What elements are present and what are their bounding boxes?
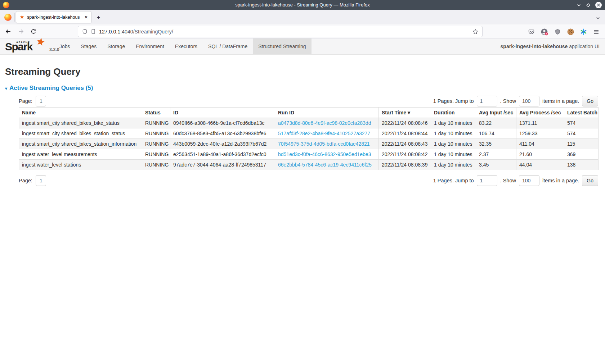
cell-name: ingest water_level measurements (19, 149, 142, 160)
table-row: ingest water_level stations RUNNING 97ad… (19, 160, 599, 170)
chevron-down-icon (577, 3, 581, 8)
nav-item-environment[interactable]: Environment (130, 38, 170, 54)
run-id-link[interactable]: bd51ed3c-f0fa-46c6-8632-950e5ed1ebe3 (278, 151, 371, 157)
show-text: . Show (500, 178, 516, 183)
reload-button[interactable] (28, 27, 38, 36)
table-header-row: NameStatusIDRun IDStart Time ▾DurationAv… (19, 108, 599, 118)
items-text: items in a page. (542, 178, 579, 183)
jump-to-input[interactable] (477, 96, 497, 106)
run-id-link[interactable]: 66e2bbb4-5784-45c6-ac19-4ec9411c6f25 (278, 162, 372, 168)
cell-latest-batch: 369 (564, 149, 599, 160)
cell-latest-batch: 574 (564, 118, 599, 128)
cell-start-time: 2022/11/24 08:08:44 (379, 128, 431, 139)
pagination-controls: 1 Pages. Jump to . Show items in a page.… (433, 175, 598, 186)
go-button[interactable]: Go (582, 175, 598, 186)
pages-text: 1 Pages. Jump to (433, 98, 474, 104)
page-number-input[interactable] (36, 96, 46, 106)
column-header-latest-batch[interactable]: Latest Batch (564, 108, 599, 118)
column-header-start-time[interactable]: Start Time ▾ (379, 108, 431, 118)
sparkle-extension-icon[interactable] (579, 27, 588, 36)
new-tab-button[interactable]: + (94, 13, 103, 22)
window-maximize-button[interactable] (586, 3, 591, 8)
show-text: . Show (500, 98, 516, 104)
run-id-link[interactable]: 70f54975-375d-4d05-bdfa-ccd0fae42821 (278, 141, 370, 147)
cell-latest-batch: 115 (564, 139, 599, 149)
items-text: items in a page. (542, 98, 579, 104)
application-name: spark-ingest-into-lakehouse (501, 44, 568, 49)
cell-avg-input: 3.45 (476, 160, 516, 170)
nav-item-structured-streaming[interactable]: Structured Streaming (253, 38, 311, 54)
go-button[interactable]: Go (582, 96, 598, 106)
items-per-page-input[interactable] (519, 175, 539, 186)
pagination-page-group: Page: (19, 96, 46, 106)
column-header-duration[interactable]: Duration (431, 108, 476, 118)
column-header-avg-input-sec[interactable]: Avg Input /sec (476, 108, 516, 118)
column-header-status[interactable]: Status (142, 108, 170, 118)
cell-id: e2563451-1a89-40a1-a86f-36d37d2ecfc0 (170, 149, 275, 160)
forward-button[interactable] (16, 27, 26, 36)
shield-icon[interactable] (82, 29, 88, 35)
url-bar[interactable]: 127.0.0.1:4040/StreamingQuery/ (78, 26, 483, 37)
window-minimize-button[interactable] (577, 3, 581, 8)
run-id-link[interactable]: 517afd3f-28e2-4ba8-9fe4-4102527a3277 (278, 131, 370, 136)
cell-run-id: 66e2bbb4-5784-45c6-ac19-4ec9411c6f25 (275, 160, 379, 170)
cell-id: 60dc3768-85e3-4fb5-a13c-63b29938bfe6 (170, 128, 275, 139)
nav-item-executors[interactable]: Executors (170, 38, 203, 54)
items-per-page-input[interactable] (519, 96, 539, 106)
menu-button[interactable] (591, 27, 601, 36)
page-title: Streaming Query (5, 66, 605, 77)
chevron-down-icon (596, 16, 600, 21)
cell-run-id: 517afd3f-28e2-4ba8-9fe4-4102527a3277 (275, 128, 379, 139)
reload-icon (31, 29, 36, 35)
window-title: spark-ingest-into-lakehouse - Streaming … (0, 0, 605, 10)
list-all-tabs-button[interactable] (596, 15, 600, 22)
tab-close-icon[interactable]: ✕ (84, 15, 88, 19)
account-extension-icon[interactable] (539, 27, 549, 36)
table-row: ingest smart_city shared_bikes_station_i… (19, 139, 599, 149)
cell-status: RUNNING (142, 118, 170, 128)
table-row: ingest smart_city shared_bikes_bike_stat… (19, 118, 599, 128)
ublock-shield-icon[interactable] (553, 27, 562, 36)
firefox-view-icon[interactable] (4, 14, 12, 21)
cell-name: ingest smart_city shared_bikes_bike_stat… (19, 118, 142, 128)
streaming-queries-table: NameStatusIDRun IDStart Time ▾DurationAv… (19, 107, 599, 170)
jump-to-input[interactable] (477, 175, 497, 186)
column-header-name[interactable]: Name (19, 108, 142, 118)
cell-name: ingest smart_city shared_bikes_station_i… (19, 139, 142, 149)
nav-item-storage[interactable]: Storage (102, 38, 130, 54)
browser-tab[interactable]: spark-ingest-into-lakehous ✕ (16, 12, 91, 23)
active-queries-section-header[interactable]: ▾ Active Streaming Queries (5) (5, 85, 605, 92)
cell-avg-input: 83.22 (476, 118, 516, 128)
spark-logo[interactable]: APACHE Spark 3.3.0 (0, 38, 54, 55)
window-titlebar: spark-ingest-into-lakehouse - Streaming … (0, 0, 605, 10)
page-number-input[interactable] (36, 175, 46, 186)
cell-avg-input: 106.74 (476, 128, 516, 139)
pages-text: 1 Pages. Jump to (433, 178, 474, 183)
collapse-arrow-icon: ▾ (5, 86, 7, 91)
cell-duration: 1 day 10 minutes (431, 139, 476, 149)
cell-status: RUNNING (142, 139, 170, 149)
table-body: ingest smart_city shared_bikes_bike_stat… (19, 118, 599, 170)
page-info-icon[interactable] (91, 29, 96, 34)
nav-item-stages[interactable]: Stages (76, 38, 102, 54)
cell-avg-process: 21.60 (516, 149, 564, 160)
cell-latest-batch: 574 (564, 128, 599, 139)
run-id-link[interactable]: a0473d8d-80e6-4e9f-ac98-02e0cfa283dd (278, 120, 371, 126)
cell-duration: 1 day 10 minutes (431, 118, 476, 128)
pocket-icon[interactable] (526, 27, 536, 36)
spark-navbar: APACHE Spark 3.3.0 JobsStagesStorageEnvi… (0, 38, 605, 55)
cell-avg-process: 1259.33 (516, 128, 564, 139)
arrow-left-icon (5, 28, 11, 35)
cell-duration: 1 day 10 minutes (431, 149, 476, 160)
bookmark-star-icon[interactable] (472, 29, 478, 35)
window-close-button[interactable] (595, 2, 602, 8)
url-text: 127.0.0.1:4040/StreamingQuery/ (99, 29, 173, 35)
cell-latest-batch: 138 (564, 160, 599, 170)
column-header-avg-process-sec[interactable]: Avg Process /sec (516, 108, 564, 118)
browser-tabbar: spark-ingest-into-lakehous ✕ + (0, 10, 605, 24)
back-button[interactable] (3, 27, 13, 36)
cookie-extension-icon[interactable] (566, 27, 575, 36)
nav-item-sql-dataframe[interactable]: SQL / DataFrame (203, 38, 253, 54)
column-header-run-id[interactable]: Run ID (275, 108, 379, 118)
column-header-id[interactable]: ID (170, 108, 275, 118)
